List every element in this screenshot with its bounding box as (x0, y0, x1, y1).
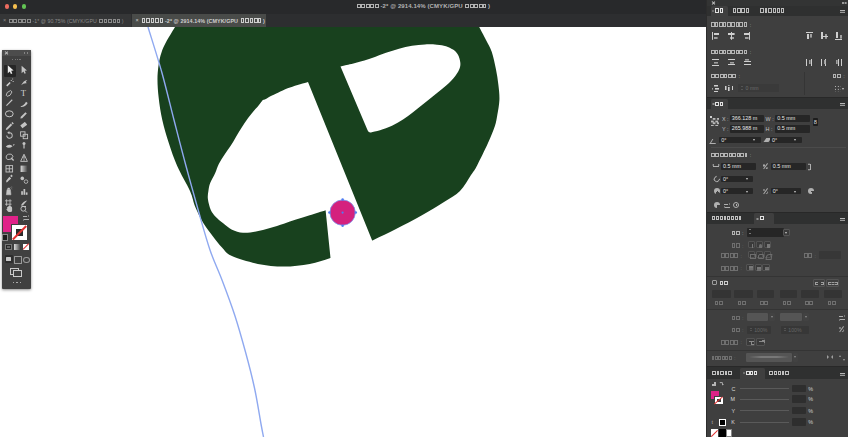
svg-text:T: T (21, 88, 27, 98)
